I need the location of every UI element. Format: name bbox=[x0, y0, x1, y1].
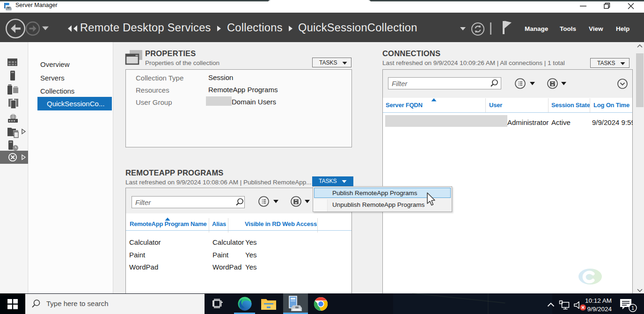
svg-text:1: 1 bbox=[631, 305, 634, 311]
